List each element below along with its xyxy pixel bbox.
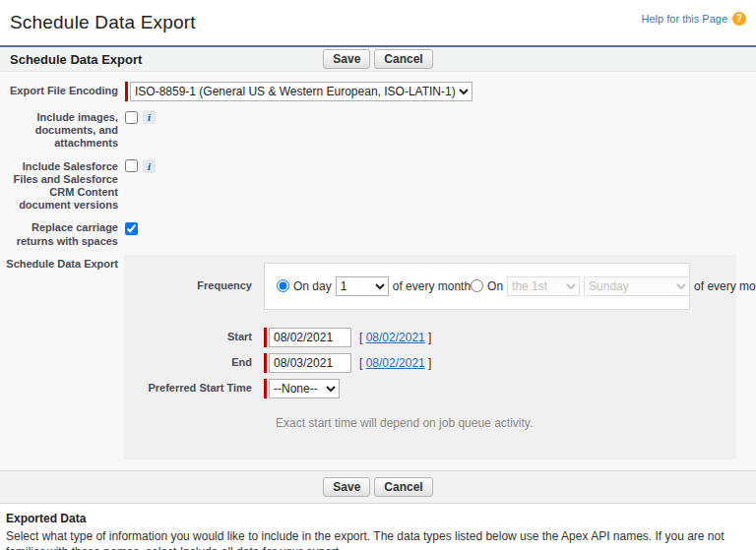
- cancel-button-bottom[interactable]: Cancel: [374, 477, 432, 497]
- required-bar: [264, 353, 267, 373]
- include-images-checkbox[interactable]: [125, 111, 138, 124]
- export-file-encoding-row: Export File Encoding ISO-8859-1 (General…: [0, 82, 756, 101]
- end-date-input[interactable]: [269, 353, 351, 373]
- cancel-button[interactable]: Cancel: [374, 49, 432, 69]
- include-salesforce-files-checkbox[interactable]: [125, 159, 138, 172]
- bottom-button-group: Save Cancel: [0, 470, 756, 504]
- schedule-data-export-row: Schedule Data Export Frequency On day 1 …: [0, 255, 756, 459]
- preferred-start-time-label: Preferred Start Time: [124, 382, 264, 395]
- start-date-row: Start [ 08/02/2021 ]: [124, 328, 736, 347]
- end-label: End: [124, 356, 264, 369]
- replace-carriage-returns-label: Replace carriage returns with spaces: [0, 218, 118, 247]
- start-date-today-link: [ 08/02/2021 ]: [359, 331, 431, 344]
- monthly-day-radio[interactable]: [277, 279, 289, 292]
- export-file-encoding-label: Export File Encoding: [0, 82, 118, 97]
- preferred-start-time-row: Preferred Start Time --None--: [124, 379, 736, 398]
- help-for-this-page-link[interactable]: Help for this Page: [642, 13, 727, 25]
- include-images-label: Include images, documents, and attachmen…: [0, 108, 118, 151]
- info-icon[interactable]: i: [143, 159, 156, 173]
- schedule-data-export-label: Schedule Data Export: [0, 255, 118, 271]
- include-salesforce-files-label: Include Salesforce Files and Salesforce …: [0, 157, 118, 213]
- frequency-options-box: On day 1 of every month On the 1st: [264, 263, 690, 310]
- required-bar: [125, 82, 128, 101]
- monthly-weekday-option: On the 1st Sunday of every month: [471, 276, 756, 296]
- preferred-start-time-select[interactable]: --None--: [269, 379, 340, 398]
- monthly-weekday-suffix: of every month: [694, 279, 756, 293]
- start-date-link[interactable]: 08/02/2021: [366, 331, 425, 344]
- form-body: Export File Encoding ISO-8859-1 (General…: [0, 72, 756, 470]
- page-title: Schedule Data Export: [10, 12, 196, 33]
- monthly-weekday-radio[interactable]: [471, 279, 483, 292]
- required-bar: [264, 379, 267, 398]
- help-question-icon[interactable]: ?: [732, 12, 746, 26]
- section-title: Schedule Data Export: [0, 52, 142, 67]
- exported-data-title: Exported Data: [6, 512, 750, 525]
- monthly-day-suffix: of every month: [393, 279, 471, 293]
- include-salesforce-files-row: Include Salesforce Files and Salesforce …: [0, 157, 756, 213]
- replace-carriage-returns-checkbox[interactable]: [125, 222, 138, 235]
- end-date-link[interactable]: 08/02/2021: [366, 356, 425, 370]
- frequency-label: Frequency: [124, 279, 264, 292]
- job-queue-note: Exact start time will depend on job queu…: [276, 416, 736, 430]
- monthly-day-prefix: On day: [293, 279, 332, 293]
- save-button-bottom[interactable]: Save: [323, 477, 370, 497]
- required-bar: [264, 328, 267, 347]
- start-date-input[interactable]: [269, 328, 351, 347]
- weekday-select[interactable]: Sunday: [584, 276, 690, 296]
- schedule-data-export-block: Save Cancel Schedule Data Export Export …: [0, 45, 756, 504]
- include-images-row: Include images, documents, and attachmen…: [0, 108, 756, 151]
- info-icon[interactable]: i: [143, 110, 156, 124]
- exported-data-section: Exported Data Select what type of inform…: [0, 504, 756, 550]
- monthly-weekday-prefix: On: [487, 279, 503, 293]
- section-header: Save Cancel Schedule Data Export: [0, 45, 756, 72]
- top-title-bar: Schedule Data Export Help for this Page …: [0, 0, 756, 39]
- start-label: Start: [124, 331, 264, 343]
- day-of-month-select[interactable]: 1: [336, 276, 389, 296]
- end-date-row: End [ 08/02/2021 ]: [124, 353, 736, 373]
- end-date-today-link: [ 08/02/2021 ]: [359, 356, 431, 370]
- export-file-encoding-select[interactable]: ISO-8859-1 (General US & Western Europea…: [130, 82, 472, 101]
- help-area: Help for this Page ?: [642, 12, 746, 26]
- exported-data-description: Select what type of information you woul…: [6, 528, 750, 550]
- frequency-row: Frequency On day 1 of every month: [124, 263, 736, 310]
- week-ordinal-select[interactable]: the 1st: [507, 276, 580, 296]
- replace-carriage-returns-row: Replace carriage returns with spaces: [0, 218, 756, 247]
- save-button[interactable]: Save: [323, 49, 370, 69]
- monthly-day-option: On day 1 of every month: [277, 276, 471, 296]
- schedule-panel: Frequency On day 1 of every month: [124, 255, 736, 459]
